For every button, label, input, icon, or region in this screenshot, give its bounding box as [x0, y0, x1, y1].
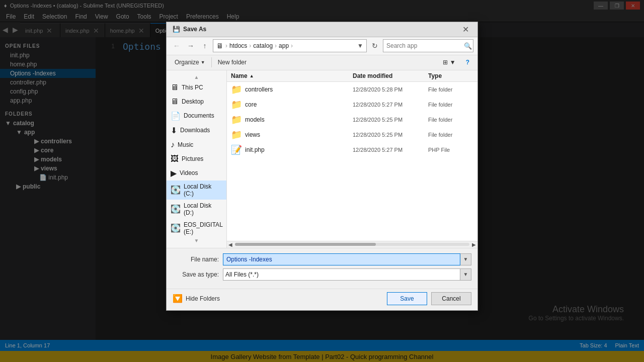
nav-downloads[interactable]: ⬇ Downloads	[167, 123, 226, 138]
file-name-row: File name: ▼	[173, 253, 471, 265]
crumb-app[interactable]: app	[279, 42, 289, 49]
dialog-close-button[interactable]: ✕	[459, 23, 471, 35]
toolbar-separator	[211, 57, 212, 67]
nav-music[interactable]: ♪ Music	[167, 138, 226, 152]
scroll-up-indicator[interactable]: ▲	[167, 74, 226, 80]
organize-button[interactable]: Organize ▼	[171, 58, 209, 67]
address-dropdown-button[interactable]: ▼	[357, 42, 363, 49]
nav-documents[interactable]: 📄 Documents	[167, 109, 226, 123]
local-disk-d-icon: 💽	[171, 204, 181, 214]
toolbar-right: ⊞ ▼ ?	[439, 58, 473, 67]
new-folder-button[interactable]: New folder	[214, 58, 251, 67]
dialog-toolbar: Organize ▼ New folder ⊞ ▼ ?	[167, 55, 477, 70]
dialog-title-bar: 💾 Save As ✕	[167, 22, 477, 37]
save-type-dropdown[interactable]: ▼	[460, 268, 471, 281]
file-item-models[interactable]: 📁 models 12/28/2020 5:25 PM File folder	[227, 112, 477, 127]
nav-forward-button[interactable]: →	[185, 40, 197, 52]
file-name-label: File name:	[173, 256, 223, 263]
dialog-actions: Save Cancel	[387, 292, 471, 305]
nav-videos[interactable]: ▶ Videos	[167, 166, 226, 180]
file-name-input[interactable]	[223, 253, 460, 265]
nav-up-button[interactable]: ↑	[199, 40, 211, 52]
view-button[interactable]: ⊞ ▼	[439, 58, 459, 67]
dialog-nav-bar: ← → ↑ 🖥 › htdocs › catalog › app › ▼ ↻ 🔍	[167, 37, 477, 55]
organize-dropdown-icon: ▼	[201, 60, 205, 65]
file-name-dropdown[interactable]: ▼	[460, 253, 471, 265]
hide-folders-row: 🔽 Hide Folders	[173, 294, 220, 303]
address-bar[interactable]: 🖥 › htdocs › catalog › app › ▼	[213, 39, 367, 52]
help-button[interactable]: ?	[462, 58, 473, 67]
dialog-body: ▲ 🖥 This PC 🖥 Desktop 📄 Documents	[167, 70, 477, 248]
desktop-icon: 🖥	[171, 97, 179, 106]
col-name-header[interactable]: Name ▲	[231, 72, 353, 79]
save-type-row: Save as type: All Files (*.*) ▼	[173, 268, 471, 281]
save-type-select[interactable]: All Files (*.*)	[223, 268, 460, 281]
this-pc-icon: 🖥	[171, 83, 179, 92]
downloads-icon: ⬇	[171, 126, 177, 135]
dialog-bottom-form: File name: ▼ Save as type: All Files (*.…	[167, 248, 477, 289]
save-type-input-wrap: All Files (*.*) ▼	[223, 268, 471, 281]
nav-this-pc[interactable]: 🖥 This PC	[167, 80, 226, 95]
file-item-core[interactable]: 📁 core 12/28/2020 5:27 PM File folder	[227, 97, 477, 112]
hide-folders-label[interactable]: Hide Folders	[186, 295, 220, 302]
videos-icon: ▶	[171, 168, 177, 178]
crumb-catalog[interactable]: catalog	[253, 42, 273, 49]
nav-eos-digital[interactable]: 💽 EOS_DIGITAL (E:)	[167, 219, 226, 238]
col-type-header[interactable]: Type	[428, 72, 473, 79]
scroll-left-button[interactable]: ◀	[227, 241, 234, 248]
crumb-htdocs[interactable]: htdocs	[229, 42, 247, 49]
cancel-button[interactable]: Cancel	[431, 292, 471, 305]
folder-icon-views: 📁	[231, 129, 242, 140]
nav-computer-icon: 🖥	[216, 42, 223, 50]
file-item-controllers[interactable]: 📁 controllers 12/28/2020 5:28 PM File fo…	[227, 82, 477, 97]
folder-icon-controllers: 📁	[231, 84, 242, 95]
address-refresh-button[interactable]: ↻	[369, 40, 381, 52]
col-date-header[interactable]: Date modified	[353, 72, 428, 79]
pictures-icon: 🖼	[171, 154, 179, 163]
local-disk-c-icon: 💽	[171, 185, 181, 195]
eos-digital-icon: 💽	[171, 223, 181, 233]
nav-back-button[interactable]: ←	[171, 40, 183, 52]
dialog-overlay: 💾 Save As ✕ ← → ↑ 🖥 › htdocs › catalog ›…	[0, 0, 644, 362]
save-button[interactable]: Save	[387, 292, 427, 305]
dialog-title-text: Save As	[183, 26, 206, 33]
nav-pictures[interactable]: 🖼 Pictures	[167, 152, 226, 166]
scroll-right-button[interactable]: ▶	[470, 241, 477, 248]
search-input[interactable]	[386, 42, 462, 49]
dialog-left-nav: ▲ 🖥 This PC 🖥 Desktop 📄 Documents	[167, 70, 227, 248]
file-name-input-wrap: ▼	[223, 253, 471, 265]
dialog-file-area: Name ▲ Date modified Type 📁 controllers …	[227, 70, 477, 248]
search-icon: 🔍	[464, 42, 472, 50]
music-icon: ♪	[171, 140, 175, 149]
save-as-dialog: 💾 Save As ✕ ← → ↑ 🖥 › htdocs › catalog ›…	[166, 22, 478, 311]
file-list: 📁 controllers 12/28/2020 5:28 PM File fo…	[227, 82, 477, 241]
folder-icon-core: 📁	[231, 99, 242, 110]
save-type-label: Save as type:	[173, 271, 223, 278]
scroll-down-indicator[interactable]: ▼	[167, 238, 226, 244]
scroll-thumb[interactable]	[235, 243, 376, 246]
folder-icon-models: 📁	[231, 114, 242, 125]
nav-local-disk-d[interactable]: 💽 Local Disk (D:)	[167, 200, 226, 219]
search-box[interactable]: 🔍	[383, 39, 473, 52]
file-list-header: Name ▲ Date modified Type	[227, 70, 477, 82]
documents-icon: 📄	[171, 111, 181, 121]
dialog-title-icon: 💾	[173, 26, 180, 33]
scroll-track[interactable]	[235, 243, 469, 246]
nav-local-disk-c[interactable]: 💽 Local Disk (C:)	[167, 180, 226, 200]
left-nav-container: ▲ 🖥 This PC 🖥 Desktop 📄 Documents	[167, 70, 227, 248]
file-item-init-php[interactable]: 📝 init.php 12/28/2020 5:27 PM PHP File	[227, 142, 477, 157]
hide-folders-icon: 🔽	[173, 294, 183, 303]
sort-icon: ▲	[250, 73, 254, 78]
php-icon-init: 📝	[231, 144, 242, 155]
nav-desktop[interactable]: 🖥 Desktop	[167, 95, 226, 109]
horizontal-scrollbar[interactable]: ◀ ▶	[227, 241, 477, 248]
file-item-views[interactable]: 📁 views 12/28/2020 5:25 PM File folder	[227, 127, 477, 142]
